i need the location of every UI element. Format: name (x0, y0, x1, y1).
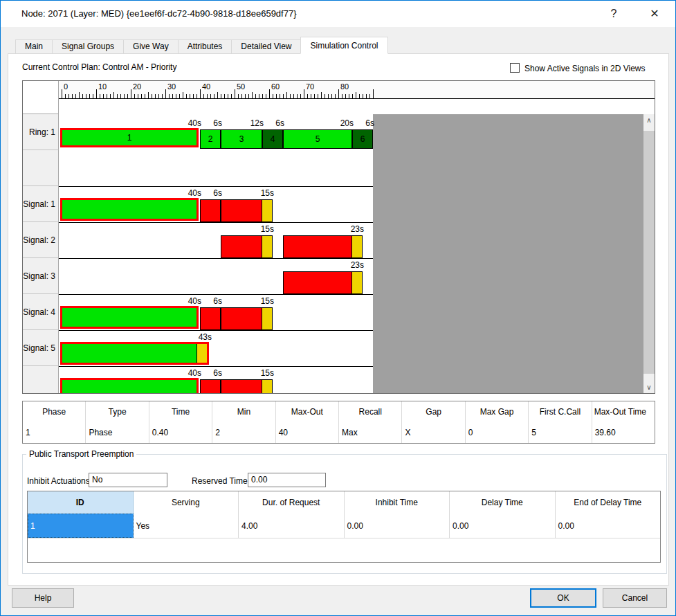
close-icon[interactable]: ✕ (639, 1, 670, 27)
tab-simulation-control[interactable]: Simulation Control (300, 37, 387, 54)
ruler-tick (238, 94, 239, 98)
ruler-tick (241, 94, 242, 98)
phase-col-label: Phase (42, 407, 66, 417)
signal-phase-bar[interactable] (283, 235, 363, 258)
phase-col-label: Min (237, 407, 250, 417)
help-button[interactable]: Help (12, 588, 74, 608)
help-icon[interactable]: ? (599, 1, 629, 27)
show-active-signals-checkbox[interactable] (510, 63, 520, 73)
ruler-tick (373, 89, 374, 98)
scroll-thumb[interactable] (643, 131, 655, 374)
signal-phase-bar[interactable]: 3 (221, 129, 262, 149)
ruler-tick (152, 94, 152, 98)
pt-cell[interactable]: Yes (134, 514, 239, 538)
signal-phase-bar[interactable] (60, 198, 199, 221)
vertical-scrollbar[interactable]: ∧∨ (643, 114, 655, 393)
tab-signal-groups[interactable]: Signal Groups (52, 39, 124, 53)
signal-phase-bar[interactable] (221, 379, 273, 394)
pt-cell[interactable]: 0.00 (450, 514, 556, 538)
ruler-tick (200, 89, 201, 98)
signal-phase-bar[interactable] (200, 379, 221, 394)
ruler-tick (138, 94, 138, 98)
cancel-button[interactable]: Cancel (603, 588, 667, 608)
phase-cell[interactable]: Phase (86, 422, 149, 443)
ruler-tick (127, 94, 128, 98)
signal-phase-bar[interactable] (200, 307, 221, 330)
pt-id-cell-selected[interactable]: 1 (28, 514, 134, 538)
phase-cell[interactable]: X (402, 422, 465, 443)
phase-col-type: Type (86, 401, 149, 422)
tab-give-way[interactable]: Give Way (123, 39, 179, 53)
ruler-tick (68, 94, 69, 98)
phase-cell[interactable]: Max (339, 422, 402, 443)
pt-cell[interactable]: 0.00 (556, 514, 661, 538)
signal-phase-bar[interactable]: 2 (200, 129, 221, 149)
signal-phase-bar[interactable]: 4 (262, 129, 283, 149)
signal-phase-bar[interactable]: 1 (60, 128, 199, 147)
phase-cell[interactable]: 1 (23, 422, 86, 443)
ruler-tick (72, 94, 73, 98)
ruler-tick (65, 94, 66, 98)
scroll-down-icon[interactable]: ∨ (643, 381, 655, 393)
tab-attributes[interactable]: Attributes (178, 39, 232, 53)
ruler-tick (134, 94, 135, 98)
ruler-tick (190, 94, 190, 98)
pt-cell[interactable]: 0.00 (345, 514, 450, 538)
green-segment: 1 (62, 130, 197, 145)
ruler-tick (359, 94, 360, 98)
tab-main[interactable]: Main (15, 39, 53, 53)
ruler-tick (186, 94, 187, 98)
row-label-signal-1: Signal: 1 (23, 186, 59, 222)
phase-cell[interactable]: 0 (466, 422, 529, 443)
signal-phase-bar[interactable] (60, 342, 209, 365)
pt-cell[interactable]: 4.00 (239, 514, 345, 538)
phase-cell[interactable]: 0.40 (149, 422, 212, 443)
phase-cell[interactable]: 40 (276, 422, 339, 443)
ruler-tick (297, 94, 298, 98)
inhibit-actuations-label: Inhibit Actuations: (27, 476, 92, 486)
ruler-tick (342, 94, 342, 98)
ruler-tick (103, 94, 104, 98)
ruler-tick (335, 94, 336, 98)
phase-col-max-out: Max-Out (276, 401, 339, 422)
signal-phase-bar[interactable]: 5 (283, 129, 352, 149)
signal-phase-bar[interactable]: 6 (352, 129, 373, 149)
ruler-tick (214, 94, 214, 98)
phase-col-first-c-call: First C.Call (529, 401, 592, 422)
scroll-up-icon[interactable]: ∧ (643, 114, 655, 126)
phase-table-row[interactable]: 1Phase0.40240MaxX0539.60 (23, 422, 655, 443)
signal-phase-bar[interactable] (60, 378, 199, 394)
phase-col-label: Recall (359, 407, 382, 417)
green-segment (62, 380, 197, 394)
tab-detailed-view[interactable]: Detailed View (231, 39, 301, 53)
ruler-tick-label: 50 (237, 82, 245, 91)
row-label-signal-4: Signal: 4 (23, 294, 59, 330)
red-segment (201, 380, 220, 394)
ruler-tick (162, 94, 163, 98)
reserved-time-field[interactable]: 0.00 (248, 473, 326, 487)
phase-cell[interactable]: 5 (529, 422, 592, 443)
signal-phase-bar[interactable] (283, 271, 363, 294)
ruler-tick (293, 94, 294, 98)
reserved-time-label: Reserved Time: (192, 476, 250, 486)
ruler-tick (363, 94, 363, 98)
row-separator (59, 258, 373, 259)
pt-col-serving: Serving (134, 491, 239, 514)
inhibit-actuations-field[interactable]: No (89, 473, 167, 487)
ruler-tick (82, 94, 83, 98)
signal-phase-bar[interactable] (200, 199, 221, 222)
signal-phase-bar[interactable] (60, 306, 199, 329)
ruler-tick (321, 92, 322, 98)
signal-phase-bar[interactable] (221, 199, 273, 222)
green-segment: 5 (284, 130, 351, 148)
preemption-table-row[interactable]: 1Yes4.000.000.000.00 (28, 514, 660, 538)
yellow-segment (262, 236, 272, 257)
ruler-tick (183, 92, 183, 98)
phase-cell[interactable]: 39.60 (592, 422, 655, 443)
phase-cell[interactable]: 2 (212, 422, 275, 443)
ruler-tick (235, 89, 235, 98)
signal-phase-bar[interactable] (221, 235, 273, 258)
ok-button[interactable]: OK (530, 588, 596, 608)
bar-duration-label: 23s (320, 260, 364, 271)
signal-phase-bar[interactable] (221, 307, 273, 330)
